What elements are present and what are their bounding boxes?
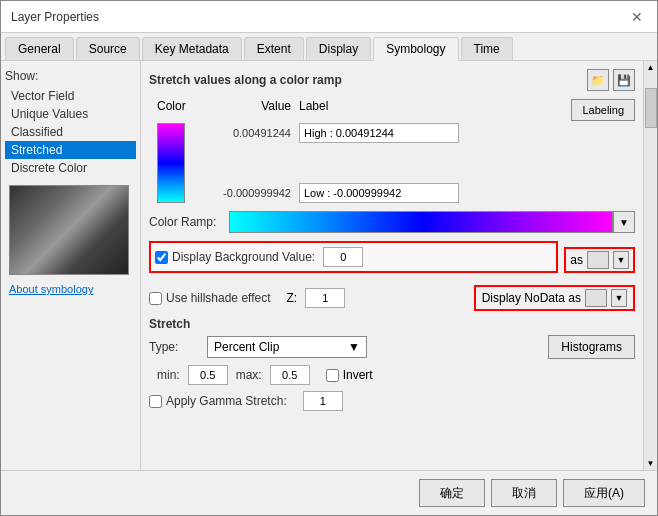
about-symbology-link[interactable]: About symbology [5, 279, 136, 299]
section-title-text: Stretch values along a color ramp [149, 73, 342, 87]
nodata-label: Display NoData as [482, 291, 581, 305]
tab-general[interactable]: General [5, 37, 74, 60]
show-item-stretched[interactable]: Stretched [5, 141, 136, 159]
scrollbar-thumb[interactable] [645, 88, 657, 128]
content-area: Show: Vector Field Unique Values Classif… [1, 61, 657, 470]
tab-display[interactable]: Display [306, 37, 371, 60]
show-label: Show: [5, 69, 136, 83]
color-header: Color [157, 99, 201, 113]
invert-checkbox-label: Invert [326, 368, 373, 382]
gamma-checkbox[interactable] [149, 395, 162, 408]
z-input[interactable] [305, 288, 345, 308]
tabs-bar: General Source Key Metadata Extent Displ… [1, 33, 657, 61]
min-input[interactable] [188, 365, 228, 385]
bg-checkbox[interactable] [155, 251, 168, 264]
cancel-button[interactable]: 取消 [491, 479, 557, 507]
low-label-input[interactable] [299, 183, 459, 203]
color-ramp-label: Color Ramp: [149, 215, 229, 229]
bg-row: Display Background Value: as ▼ [149, 241, 635, 279]
high-value-number: 0.00491244 [201, 127, 291, 139]
nodata-section: Display NoData as ▼ [474, 285, 635, 311]
type-value: Percent Clip [214, 340, 279, 354]
tab-extent[interactable]: Extent [244, 37, 304, 60]
title-bar: Layer Properties ✕ [1, 1, 657, 33]
section-title: Stretch values along a color ramp 📁 💾 [149, 69, 635, 91]
tab-key-metadata[interactable]: Key Metadata [142, 37, 242, 60]
bg-color-box[interactable] [587, 251, 609, 269]
scrollbar[interactable]: ▲ ▼ [643, 61, 657, 470]
bg-color-dropdown[interactable]: ▼ [613, 251, 629, 269]
show-item-vector-field[interactable]: Vector Field [5, 87, 136, 105]
max-input[interactable] [270, 365, 310, 385]
bg-checkbox-label: Display Background Value: [155, 250, 315, 264]
high-label-input[interactable] [299, 123, 459, 143]
max-label: max: [236, 368, 262, 382]
gamma-label-text: Apply Gamma Stretch: [166, 394, 287, 408]
scrollbar-down-arrow[interactable]: ▼ [645, 457, 657, 470]
labeling-button[interactable]: Labeling [571, 99, 635, 121]
value-header: Value [201, 99, 291, 113]
layer-properties-window: Layer Properties ✕ General Source Key Me… [0, 0, 658, 516]
color-ramp-bar[interactable] [229, 211, 613, 233]
as-label: as [570, 253, 583, 267]
nodata-color-box[interactable] [585, 289, 607, 307]
save-icon-btn[interactable]: 💾 [613, 69, 635, 91]
gamma-value-input[interactable] [303, 391, 343, 411]
folder-icon-btn[interactable]: 📁 [587, 69, 609, 91]
layer-thumbnail [9, 185, 129, 275]
color-ramp-vertical [157, 123, 185, 203]
show-item-discrete-color[interactable]: Discrete Color [5, 159, 136, 177]
hillshade-checkbox[interactable] [149, 292, 162, 305]
scrollbar-up-arrow[interactable]: ▲ [645, 61, 657, 74]
window-title: Layer Properties [11, 10, 99, 24]
hillshade-label-text: Use hillshade effect [166, 291, 271, 305]
gamma-row: Apply Gamma Stretch: [149, 391, 635, 411]
bg-label-text: Display Background Value: [172, 250, 315, 264]
stretch-section: Stretch Type: Percent Clip ▼ Histograms … [149, 317, 635, 411]
tab-time[interactable]: Time [461, 37, 513, 60]
value-label-col: 0.00491244 -0.000999942 [201, 123, 459, 203]
type-dropdown-arrow: ▼ [348, 340, 360, 354]
histograms-button[interactable]: Histograms [548, 335, 635, 359]
left-panel: Show: Vector Field Unique Values Classif… [1, 61, 141, 470]
hillshade-checkbox-label: Use hillshade effect [149, 291, 271, 305]
nodata-color-dropdown[interactable]: ▼ [611, 289, 627, 307]
cvl-header: Color Value Label Labeling [157, 99, 635, 121]
min-max-row: min: max: Invert [149, 365, 635, 385]
show-item-unique-values[interactable]: Unique Values [5, 105, 136, 123]
color-ramp-dropdown[interactable]: ▼ [613, 211, 635, 233]
confirm-button[interactable]: 确定 [419, 479, 485, 507]
low-value-number: -0.000999942 [201, 187, 291, 199]
hillshade-nodata-row: Use hillshade effect Z: Display NoData a… [149, 285, 635, 311]
as-section: as ▼ [564, 247, 635, 273]
bg-highlighted-section: Display Background Value: [149, 241, 558, 273]
close-button[interactable]: ✕ [627, 9, 647, 25]
bottom-bar: 确定 取消 应用(A) [1, 470, 657, 515]
tab-symbology[interactable]: Symbology [373, 37, 458, 61]
type-label: Type: [149, 340, 199, 354]
invert-checkbox[interactable] [326, 369, 339, 382]
thumbnail-image [10, 186, 128, 274]
type-select[interactable]: Percent Clip ▼ [207, 336, 367, 358]
gamma-checkbox-label: Apply Gamma Stretch: [149, 394, 287, 408]
labeling-button-area: Labeling [571, 99, 635, 121]
stretch-type-row: Type: Percent Clip ▼ Histograms [149, 335, 635, 359]
z-label: Z: [287, 291, 298, 305]
right-content: Stretch values along a color ramp 📁 💾 Co… [141, 61, 657, 470]
right-panel: Stretch values along a color ramp 📁 💾 Co… [141, 61, 643, 470]
high-value-row: 0.00491244 [201, 123, 459, 143]
apply-button[interactable]: 应用(A) [563, 479, 645, 507]
low-value-row: -0.000999942 [201, 183, 459, 203]
invert-label: Invert [343, 368, 373, 382]
bg-value-input[interactable] [323, 247, 363, 267]
label-header: Label [299, 99, 571, 113]
color-value-main-row: 0.00491244 -0.000999942 [149, 123, 635, 203]
color-ramp-selector-row: Color Ramp: ▼ [149, 211, 635, 233]
tab-source[interactable]: Source [76, 37, 140, 60]
show-items-list: Vector Field Unique Values Classified St… [5, 87, 136, 177]
section-title-icons: 📁 💾 [587, 69, 635, 91]
stretch-label: Stretch [149, 317, 635, 331]
min-label: min: [157, 368, 180, 382]
show-item-classified[interactable]: Classified [5, 123, 136, 141]
